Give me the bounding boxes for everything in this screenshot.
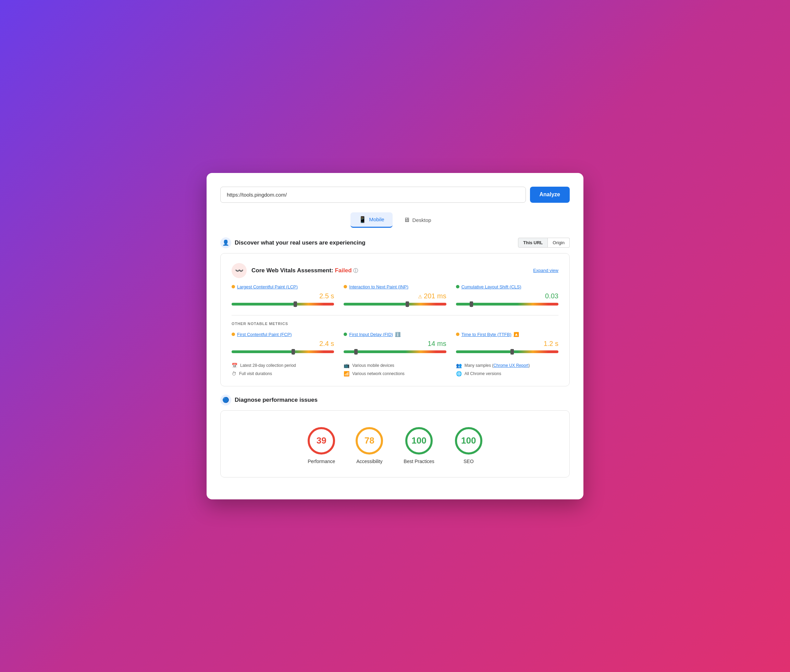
cls-value: 0.03 bbox=[456, 292, 558, 300]
ttfb-label[interactable]: Time to First Byte (TTFB) 🔼 bbox=[456, 332, 558, 337]
accessibility-circle: 78 bbox=[356, 427, 383, 454]
metrics-divider bbox=[232, 315, 558, 315]
timer-icon: ⏱ bbox=[232, 371, 236, 376]
ttfb-value: 1.2 s bbox=[456, 340, 558, 348]
diagnose-icon: 🔵 bbox=[220, 395, 231, 406]
url-filter-buttons: This URL Origin bbox=[518, 238, 570, 248]
fid-info-icon[interactable]: ℹ️ bbox=[395, 332, 401, 337]
performance-circle: 39 bbox=[308, 427, 335, 454]
metric-fid: First Input Delay (FID) ℹ️ 14 ms bbox=[344, 332, 446, 355]
calendar-icon: 📅 bbox=[232, 363, 237, 368]
origin-button[interactable]: Origin bbox=[548, 238, 570, 248]
ttfb-marker bbox=[510, 349, 514, 355]
inp-dot bbox=[344, 285, 347, 288]
footer-item-3: ⏱ Full visit durations bbox=[232, 371, 334, 376]
cwv-icon: 〰️ bbox=[232, 263, 247, 278]
tab-mobile[interactable]: 📱 Mobile bbox=[351, 212, 392, 228]
score-best-practices: 100 Best Practices bbox=[404, 427, 434, 464]
ttfb-alert-icon: 🔼 bbox=[514, 332, 519, 337]
metric-inp: Interaction to Next Paint (INP) 201 ms bbox=[344, 284, 446, 307]
url-input[interactable] bbox=[220, 187, 526, 203]
ttfb-dot bbox=[456, 333, 460, 336]
seo-label: SEO bbox=[463, 459, 474, 464]
cwv-info-icon[interactable]: ⓘ bbox=[353, 268, 358, 273]
best-practices-circle: 100 bbox=[405, 427, 433, 454]
chrome-ux-link[interactable]: Chrome UX Report bbox=[494, 363, 528, 368]
fcp-label[interactable]: First Contentful Paint (FCP) bbox=[232, 332, 334, 337]
lcp-dot bbox=[232, 285, 235, 288]
lcp-bar bbox=[232, 303, 334, 306]
this-url-button[interactable]: This URL bbox=[518, 238, 548, 248]
lcp-value: 2.5 s bbox=[232, 292, 334, 300]
main-metrics-grid: Largest Contentful Paint (LCP) 2.5 s Int… bbox=[232, 284, 558, 307]
lcp-marker bbox=[293, 301, 297, 307]
ttfb-bar bbox=[456, 350, 558, 353]
metric-ttfb: Time to First Byte (TTFB) 🔼 1.2 s bbox=[456, 332, 558, 355]
footer-item-1: 📺 Various mobile devices bbox=[344, 363, 446, 368]
view-tabs: 📱 Mobile 🖥 Desktop bbox=[220, 212, 570, 228]
metric-cls: Cumulative Layout Shift (CLS) 0.03 bbox=[456, 284, 558, 307]
seo-circle: 100 bbox=[455, 427, 482, 454]
score-performance: 39 Performance bbox=[308, 427, 335, 464]
inp-label[interactable]: Interaction to Next Paint (INP) bbox=[344, 284, 446, 290]
lcp-label[interactable]: Largest Contentful Paint (LCP) bbox=[232, 284, 334, 290]
real-users-icon: 👤 bbox=[220, 237, 231, 248]
devices-icon: 📺 bbox=[344, 363, 349, 368]
score-seo: 100 SEO bbox=[455, 427, 482, 464]
diagnose-title: Diagnose performance issues bbox=[235, 397, 317, 403]
real-users-section-header: 👤 Discover what your real users are expe… bbox=[220, 237, 570, 248]
metric-fcp: First Contentful Paint (FCP) 2.4 s bbox=[232, 332, 334, 355]
footer-item-0: 📅 Latest 28-day collection period bbox=[232, 363, 334, 368]
metric-lcp: Largest Contentful Paint (LCP) 2.5 s bbox=[232, 284, 334, 307]
cwv-header: 〰️ Core Web Vitals Assessment: Failed ⓘ … bbox=[232, 263, 558, 278]
diagnose-section-header: 🔵 Diagnose performance issues bbox=[220, 395, 570, 406]
other-metrics-label: OTHER NOTABLE METRICS bbox=[232, 322, 558, 326]
expand-view-link[interactable]: Expand view bbox=[533, 268, 558, 273]
cls-marker bbox=[470, 301, 473, 307]
other-metrics-grid: First Contentful Paint (FCP) 2.4 s First… bbox=[232, 332, 558, 355]
inp-value: 201 ms bbox=[344, 292, 446, 300]
cls-label[interactable]: Cumulative Layout Shift (CLS) bbox=[456, 284, 558, 290]
cwv-title: Core Web Vitals Assessment: Failed ⓘ bbox=[252, 267, 358, 274]
best-practices-label: Best Practices bbox=[404, 459, 434, 464]
main-window: Analyze 📱 Mobile 🖥 Desktop 👤 Discover wh… bbox=[207, 173, 583, 499]
cls-dot bbox=[456, 285, 460, 288]
fcp-value: 2.4 s bbox=[232, 340, 334, 348]
fid-dot bbox=[344, 333, 347, 336]
search-bar: Analyze bbox=[220, 187, 570, 203]
cls-bar bbox=[456, 303, 558, 306]
footer-item-5: 🌐 All Chrome versions bbox=[456, 371, 558, 376]
desktop-icon: 🖥 bbox=[404, 216, 410, 224]
fcp-marker bbox=[292, 349, 295, 355]
inp-marker bbox=[405, 301, 409, 307]
fid-marker bbox=[354, 349, 358, 355]
performance-label: Performance bbox=[308, 459, 335, 464]
score-accessibility: 78 Accessibility bbox=[356, 427, 383, 464]
tab-mobile-label: Mobile bbox=[369, 216, 384, 222]
fcp-dot bbox=[232, 333, 235, 336]
fid-label[interactable]: First Input Delay (FID) ℹ️ bbox=[344, 332, 446, 337]
accessibility-label: Accessibility bbox=[356, 459, 382, 464]
fid-bar bbox=[344, 350, 446, 353]
core-vitals-card: 〰️ Core Web Vitals Assessment: Failed ⓘ … bbox=[220, 253, 570, 386]
browser-icon: 🌐 bbox=[456, 371, 462, 376]
tab-desktop[interactable]: 🖥 Desktop bbox=[395, 212, 439, 228]
fcp-bar bbox=[232, 350, 334, 353]
footer-info: 📅 Latest 28-day collection period 📺 Vari… bbox=[232, 363, 558, 376]
network-icon: 📶 bbox=[344, 371, 349, 376]
fid-value: 14 ms bbox=[344, 340, 446, 348]
footer-item-4: 📶 Various network connections bbox=[344, 371, 446, 376]
real-users-title: Discover what your real users are experi… bbox=[235, 239, 365, 246]
scores-card: 39 Performance 78 Accessibility 100 Best… bbox=[220, 410, 570, 477]
mobile-icon: 📱 bbox=[359, 216, 366, 223]
analyze-button[interactable]: Analyze bbox=[530, 187, 570, 203]
footer-item-2: 👥 Many samples (Chrome UX Report) bbox=[456, 363, 558, 368]
people-icon: 👥 bbox=[456, 363, 462, 368]
tab-desktop-label: Desktop bbox=[412, 217, 431, 223]
inp-bar bbox=[344, 303, 446, 306]
scores-grid: 39 Performance 78 Accessibility 100 Best… bbox=[232, 420, 558, 467]
